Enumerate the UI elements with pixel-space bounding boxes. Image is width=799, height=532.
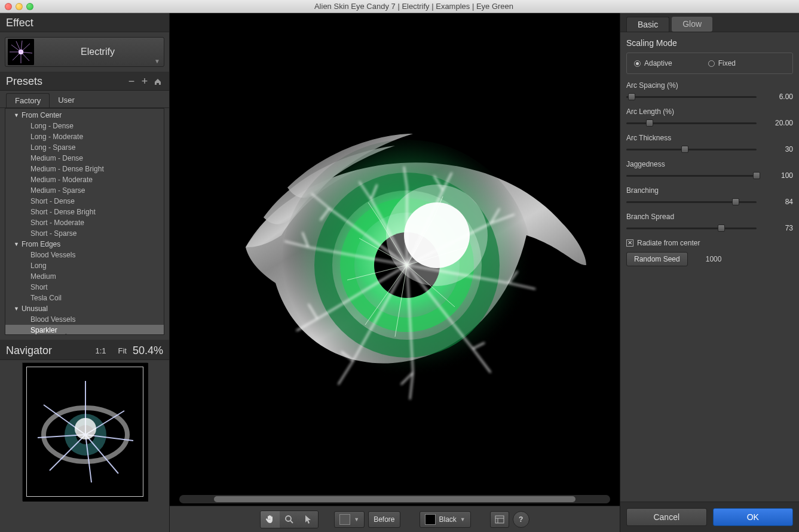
preset-group[interactable]: ▼Unusual [5, 303, 164, 314]
zoom-fit-button[interactable]: Fit [118, 346, 127, 355]
navigator-preview[interactable] [22, 362, 148, 501]
effect-selector[interactable]: Electrify ▼ [5, 37, 164, 67]
preset-item[interactable]: Tesla Coil [5, 293, 164, 303]
slider-handle[interactable] [681, 146, 688, 153]
navigator-viewport-frame[interactable] [26, 367, 143, 497]
slider-handle[interactable] [646, 119, 653, 127]
slider-track[interactable]: 20.00 [626, 118, 793, 128]
slider-track[interactable]: 73 [626, 223, 793, 233]
preset-item[interactable]: Long - Dense [5, 121, 164, 131]
pointer-tool-button[interactable] [299, 511, 318, 528]
slider-handle[interactable] [753, 172, 760, 179]
ok-button[interactable]: OK [713, 508, 794, 526]
settings-tabs: Basic Glow [620, 13, 799, 32]
preset-item[interactable]: Short - Dense [5, 196, 164, 207]
presets-header: Presets − + [0, 72, 169, 91]
slider-value[interactable]: 84 [785, 198, 793, 206]
checkbox-icon: ✕ [626, 239, 633, 247]
window-title: Alien Skin Eye Candy 7 | Electrify | Exa… [33, 2, 794, 11]
bg-color-label: Black [439, 515, 457, 524]
slider-handle[interactable] [732, 198, 739, 205]
zoom-1to1-button[interactable]: 1:1 [95, 346, 106, 355]
slider-value[interactable]: 73 [785, 224, 793, 232]
preset-item[interactable]: Medium - Sparse [5, 185, 164, 196]
radio-fixed[interactable]: Fixed [708, 59, 736, 67]
slider-handle[interactable] [628, 93, 635, 100]
preset-item[interactable]: Long - Sparse [5, 142, 164, 153]
preset-item[interactable]: Short - Sparse [5, 228, 164, 239]
slider-branch-spread: Branch Spread73 [626, 213, 793, 233]
remove-preset-button[interactable]: − [126, 76, 137, 87]
swatch-icon [425, 514, 436, 525]
zoom-select[interactable]: 50.4% [133, 345, 163, 357]
tab-factory[interactable]: Factory [6, 93, 50, 107]
zoom-window-button[interactable] [26, 3, 33, 10]
slider-value[interactable]: 20.00 [775, 119, 793, 127]
slider-track[interactable]: 30 [626, 144, 793, 154]
before-label: Before [374, 515, 394, 524]
preset-item[interactable]: Sparkler [5, 325, 164, 335]
preset-item[interactable]: Long [5, 260, 164, 271]
radio-adaptive[interactable]: Adaptive [634, 59, 672, 67]
slider-label: Branch Spread [626, 213, 674, 221]
preset-group[interactable]: ▼From Center [5, 110, 164, 121]
slider-label: Branching [626, 186, 659, 195]
preset-item[interactable]: Short - Dense Bright [5, 207, 164, 217]
preset-item[interactable]: Blood Vessels [5, 250, 164, 260]
preset-list[interactable]: ▼From CenterLong - DenseLong - ModerateL… [5, 108, 164, 335]
foreground-swatch-button[interactable]: ▼ [334, 511, 365, 528]
horizontal-scrollbar[interactable] [179, 495, 610, 503]
radiate-checkbox[interactable]: ✕ Radiate from center [626, 239, 793, 247]
slider-value[interactable]: 30 [785, 145, 793, 153]
preset-item[interactable]: Long - Moderate [5, 131, 164, 142]
slider-track[interactable]: 100 [626, 171, 793, 180]
preset-item[interactable]: Blood Vessels [5, 314, 164, 325]
slider-handle[interactable] [718, 225, 725, 232]
slider-label: Arc Thickness [626, 134, 671, 142]
slider-track[interactable]: 6.00 [626, 92, 793, 102]
disclosure-triangle-icon: ▼ [14, 112, 19, 118]
hand-tool-button[interactable] [261, 511, 280, 528]
preset-group[interactable]: ▼From Edges [5, 239, 164, 250]
tab-user[interactable]: User [50, 93, 82, 107]
effect-header: Effect [0, 13, 169, 32]
random-seed-button[interactable]: Random Seed [626, 252, 688, 266]
preview-canvas[interactable] [170, 13, 620, 493]
help-button[interactable]: ? [513, 511, 529, 528]
slider-value[interactable]: 100 [781, 171, 793, 180]
effect-header-label: Effect [6, 17, 33, 29]
cancel-label: Cancel [653, 512, 679, 522]
preset-item[interactable]: Short [5, 282, 164, 293]
dialog-buttons: Cancel OK [620, 502, 799, 532]
seed-value[interactable]: 1000 [706, 255, 722, 263]
panel-toggle-button[interactable] [490, 511, 509, 528]
zoom-tool-button[interactable] [280, 511, 299, 528]
cancel-button[interactable]: Cancel [626, 508, 707, 526]
add-preset-button[interactable]: + [139, 76, 150, 87]
window-controls [5, 3, 33, 10]
scrollbar-thumb[interactable] [214, 496, 576, 502]
presets-header-label: Presets [6, 75, 42, 88]
tab-basic[interactable]: Basic [626, 17, 669, 32]
effect-name-label: Electrify [34, 47, 161, 57]
preset-item[interactable]: Medium - Moderate [5, 174, 164, 185]
preset-tabs: Factory User [0, 91, 169, 108]
disclosure-triangle-icon: ▼ [14, 241, 19, 247]
right-panel: Basic Glow Scaling Mode Adaptive Fixed A… [620, 13, 799, 532]
preset-item[interactable]: Medium - Dense Bright [5, 164, 164, 174]
preset-group-label: From Center [22, 111, 62, 119]
slider-label: Jaggedness [626, 160, 665, 168]
before-toggle-button[interactable]: Before [368, 511, 400, 528]
svg-line-23 [290, 521, 293, 523]
tab-glow[interactable]: Glow [672, 17, 712, 32]
background-color-button[interactable]: Black ▼ [420, 511, 471, 528]
slider-arc-length: Arc Length (%)20.00 [626, 107, 793, 128]
home-preset-button[interactable] [152, 76, 163, 87]
minimize-window-button[interactable] [16, 3, 23, 10]
preset-item[interactable]: Medium - Dense [5, 153, 164, 164]
slider-value[interactable]: 6.00 [779, 93, 793, 101]
preset-item[interactable]: Medium [5, 271, 164, 282]
slider-track[interactable]: 84 [626, 197, 793, 207]
close-window-button[interactable] [5, 3, 12, 10]
preset-item[interactable]: Short - Moderate [5, 217, 164, 228]
